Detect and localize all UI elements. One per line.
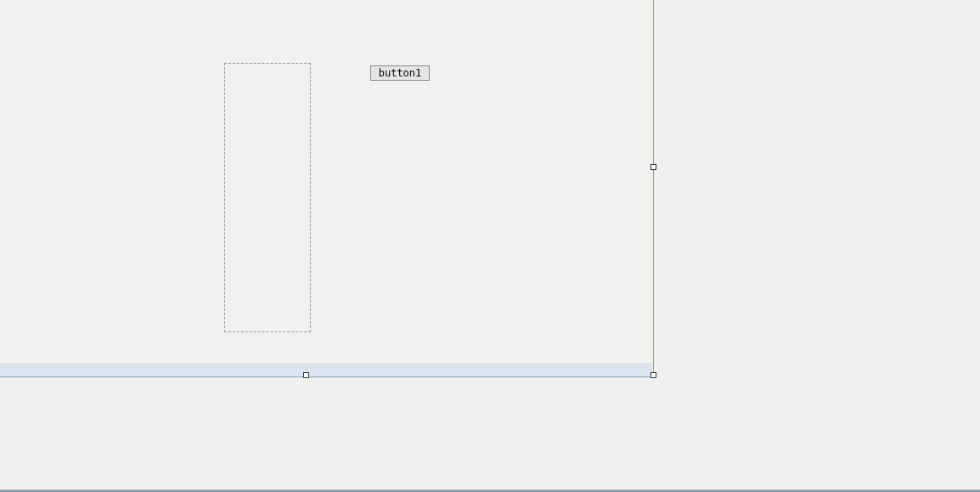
resize-handle-bottom[interactable] bbox=[303, 372, 309, 378]
designer-canvas-outer: button1 bbox=[0, 0, 980, 492]
button1[interactable]: button1 bbox=[370, 65, 430, 81]
resize-handle-corner[interactable] bbox=[651, 372, 656, 378]
control-placeholder[interactable] bbox=[224, 63, 311, 332]
form-bottom-margin bbox=[0, 363, 652, 376]
form-design-surface[interactable]: button1 bbox=[0, 0, 654, 377]
form-client-area[interactable]: button1 bbox=[0, 0, 648, 363]
resize-handle-right[interactable] bbox=[651, 164, 656, 170]
